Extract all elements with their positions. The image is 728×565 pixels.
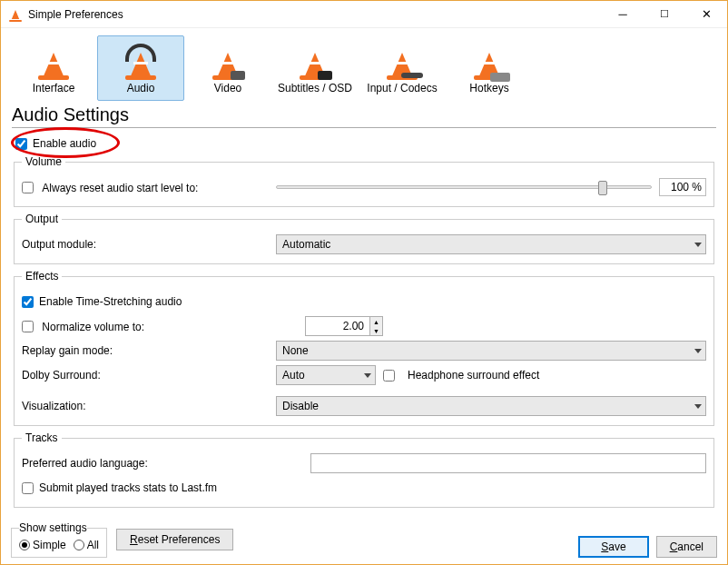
stepper-down-icon[interactable]: ▼ — [370, 326, 382, 335]
vlc-app-icon — [8, 7, 23, 22]
tab-interface[interactable]: Interface — [10, 35, 97, 101]
timestretch-checkbox[interactable] — [22, 296, 34, 308]
dolby-value: Auto — [282, 369, 305, 382]
always-reset-label: Always reset audio start level to: — [42, 181, 198, 193]
close-button[interactable]: ✕ — [685, 1, 727, 28]
chevron-down-icon — [364, 373, 371, 378]
group-output: Output Output module: Automatic — [14, 213, 714, 264]
window-title: Simple Preferences — [28, 8, 602, 21]
tab-input-codecs[interactable]: Input / Codecs — [359, 35, 446, 101]
radio-all-label: All — [87, 539, 99, 551]
start-level-slider[interactable] — [276, 185, 652, 189]
output-module-select[interactable]: Automatic — [276, 234, 706, 254]
tab-interface-label: Interface — [11, 82, 96, 94]
output-module-value: Automatic — [282, 238, 330, 251]
group-volume: Volume Always reset audio start level to… — [14, 155, 714, 207]
group-tracks-legend: Tracks — [22, 431, 62, 444]
group-effects-legend: Effects — [22, 270, 62, 282]
tab-hotkeys[interactable]: Hotkeys — [446, 35, 533, 101]
output-module-label: Output module: — [22, 238, 276, 251]
show-settings-group: Show settings Simple All — [11, 521, 107, 558]
radio-simple[interactable] — [19, 540, 30, 550]
stepper-up-icon[interactable]: ▲ — [370, 317, 382, 326]
save-button[interactable]: Save — [578, 536, 648, 558]
group-output-legend: Output — [22, 213, 62, 225]
titlebar: Simple Preferences ─ ☐ ✕ — [1, 1, 727, 28]
tab-hotkeys-label: Hotkeys — [447, 82, 532, 94]
page-title: Audio Settings — [12, 104, 716, 128]
lastfm-label: Submit played tracks stats to Last.fm — [39, 481, 217, 494]
enable-audio-checkbox[interactable] — [15, 138, 27, 150]
normalize-checkbox[interactable] — [22, 321, 34, 332]
radio-simple-label: Simple — [33, 539, 66, 551]
start-level-value: 100 % — [659, 178, 706, 196]
tab-subtitles-label: Subtitles / OSD — [272, 82, 358, 94]
tab-video-label: Video — [185, 82, 271, 94]
chevron-down-icon — [694, 404, 702, 409]
tab-input-label: Input / Codecs — [359, 82, 445, 94]
replay-gain-label: Replay gain mode: — [22, 344, 276, 357]
chevron-down-icon — [694, 349, 702, 353]
normalize-label: Normalize volume to: — [42, 320, 144, 332]
normalize-value-stepper[interactable]: 2.00 ▲▼ — [305, 316, 383, 336]
enable-audio-label: Enable audio — [33, 137, 96, 150]
maximize-button[interactable]: ☐ — [644, 1, 685, 28]
preferred-language-input[interactable] — [310, 453, 706, 473]
visualization-value: Disable — [282, 400, 319, 412]
chevron-down-icon — [694, 243, 702, 247]
tab-video[interactable]: Video — [184, 35, 271, 101]
minimize-button[interactable]: ─ — [602, 1, 644, 28]
group-volume-legend: Volume — [22, 155, 65, 168]
category-tabstrip: Interface Audio Video Subtitles / OSD In… — [1, 28, 727, 101]
dolby-select[interactable]: Auto — [276, 365, 376, 385]
cancel-button[interactable]: Cancel — [656, 536, 717, 558]
tab-audio[interactable]: Audio — [97, 35, 184, 101]
headphone-label: Headphone surround effect — [408, 369, 539, 382]
headphone-checkbox[interactable] — [383, 370, 395, 382]
replay-gain-select[interactable]: None — [276, 341, 706, 361]
tab-audio-label: Audio — [98, 82, 183, 94]
visualization-select[interactable]: Disable — [276, 396, 706, 416]
slider-thumb[interactable] — [598, 181, 607, 195]
preferred-language-label: Preferred audio language: — [22, 457, 310, 470]
reset-preferences-button[interactable]: Reset Preferences — [116, 529, 233, 550]
radio-all[interactable] — [74, 540, 84, 550]
lastfm-checkbox[interactable] — [22, 482, 34, 494]
dolby-label: Dolby Surround: — [22, 369, 276, 382]
timestretch-label: Enable Time-Stretching audio — [39, 295, 182, 308]
group-tracks: Tracks Preferred audio language: Submit … — [14, 431, 714, 508]
tab-subtitles[interactable]: Subtitles / OSD — [271, 35, 359, 101]
visualization-label: Visualization: — [22, 400, 276, 412]
show-settings-legend: Show settings — [19, 521, 87, 534]
normalize-value: 2.00 — [306, 320, 369, 332]
always-reset-checkbox[interactable] — [22, 182, 34, 193]
replay-gain-value: None — [282, 344, 309, 357]
group-effects: Effects Enable Time-Stretching audio Nor… — [14, 270, 714, 426]
